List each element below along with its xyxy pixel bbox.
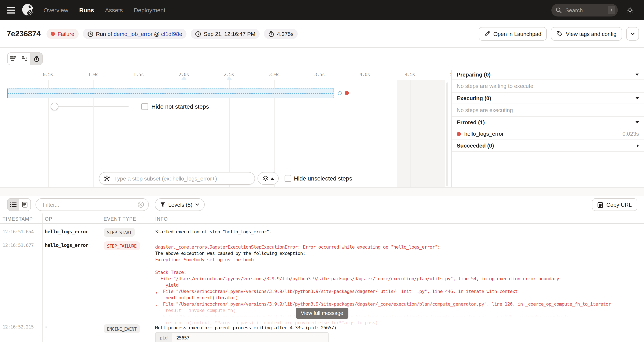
- gantt-waterfall-view-button[interactable]: [19, 53, 31, 65]
- log-toolbar: Levels (5) Copy URL: [0, 196, 644, 214]
- chevron-down-icon: [636, 74, 639, 76]
- run-actions-chevron-button[interactable]: [626, 27, 639, 40]
- chevron-down-icon: [636, 121, 639, 123]
- stack-trace-line: , File "/Users/erincochran/.pyenv/versio…: [155, 288, 518, 295]
- log-filter-field[interactable]: [36, 198, 149, 211]
- open-launchpad-button[interactable]: Open in Launchpad: [479, 27, 547, 40]
- stack-trace-line: dagster._core.errors.DagsterExecutionSte…: [155, 244, 440, 250]
- top-nav: Overview Runs Assets Deployment /: [0, 0, 644, 20]
- gantt-toolbar: Hide not started steps Re-execute all (*…: [0, 48, 644, 70]
- hamburger-menu-icon[interactable]: [7, 6, 15, 14]
- gantt-step-failure-dot[interactable]: [344, 91, 349, 95]
- metadata-value: 25657: [172, 333, 328, 342]
- axis-tick: 4.0s: [360, 72, 370, 77]
- log-timestamp: 12:16:51.677: [2, 243, 34, 248]
- event-metadata-table: pid 25657: [155, 332, 328, 342]
- log-table: TIMESTAMP OP EVENT TYPE INFO 12:16:51.65…: [0, 214, 644, 342]
- pencil-icon: [484, 31, 490, 37]
- global-search[interactable]: /: [552, 4, 618, 16]
- history-icon: [87, 31, 94, 37]
- panel-empty-executing: No steps are executing: [452, 104, 644, 117]
- step-subset-field[interactable]: [99, 172, 255, 185]
- gantt-flat-view-button[interactable]: [8, 53, 19, 65]
- hide-unselected-label: Hide unselected steps: [294, 175, 352, 182]
- clipboard-icon: [598, 202, 603, 208]
- stack-trace-line: , File "/Users/erincochran/.pyenv/versio…: [155, 314, 569, 320]
- log-info: Multiprocess executor: parent process ex…: [155, 325, 336, 330]
- axis-marker-triangle: [181, 76, 187, 80]
- search-input[interactable]: [564, 6, 608, 14]
- op-selector-icon: [104, 175, 110, 182]
- log-op: -: [45, 324, 48, 330]
- gantt-scrollbar[interactable]: [446, 82, 448, 186]
- gear-icon[interactable]: [626, 6, 634, 14]
- dagster-logo-icon[interactable]: [21, 4, 35, 17]
- search-icon: [556, 7, 562, 13]
- axis-tick: 3.0s: [269, 72, 280, 77]
- levels-filter-button[interactable]: Levels (5): [155, 198, 205, 211]
- view-full-message-button[interactable]: View full message: [296, 308, 348, 319]
- chevron-down-icon: [195, 203, 199, 206]
- commit-link[interactable]: cf1df98e: [161, 31, 182, 37]
- log-filter-input[interactable]: [42, 201, 138, 208]
- axis-tick: 4.5s: [405, 72, 415, 77]
- step-status-panel: Preparing (0) No steps are waiting to ex…: [451, 70, 644, 187]
- gantt-step-bar[interactable]: [7, 88, 334, 98]
- log-timestamp: 12:16:52.215: [2, 324, 34, 330]
- clock-icon: [195, 31, 201, 37]
- chevron-right-icon: [637, 144, 639, 147]
- log-op: hello_logs_error: [45, 242, 88, 248]
- stack-trace-line: The above exception was caused by the fo…: [155, 250, 305, 256]
- view-tags-config-button[interactable]: View tags and config: [551, 27, 622, 40]
- job-name-link[interactable]: demo_job_error: [114, 31, 153, 37]
- col-header-info: INFO: [155, 216, 168, 222]
- nav-link-deployment[interactable]: Deployment: [134, 7, 165, 14]
- axis-border: [0, 80, 451, 80]
- split-pane-gutter[interactable]: [0, 187, 644, 196]
- errored-step-name[interactable]: hello_logs_error: [464, 131, 504, 137]
- gantt-timed-view-button[interactable]: [31, 53, 42, 65]
- event-type-badge: STEP_FAILURE: [104, 242, 140, 250]
- event-type-badge: ENGINE_EVENT: [104, 324, 140, 333]
- log-list-view-button[interactable]: [8, 199, 19, 210]
- run-of-pill: Run of demo_job_error @ cf1df98e: [83, 29, 186, 39]
- clear-filter-icon[interactable]: [138, 201, 144, 208]
- nav-link-runs[interactable]: Runs: [79, 7, 94, 14]
- log-structured-view-button[interactable]: [19, 199, 30, 210]
- log-timestamp: 12:16:51.654: [2, 229, 34, 234]
- axis-tick: 1.0s: [88, 72, 98, 77]
- nav-link-assets[interactable]: Assets: [105, 7, 123, 14]
- stack-trace-line: Stack Trace:: [155, 269, 186, 276]
- tag-icon: [557, 31, 562, 37]
- gantt-step-start-marker: [338, 91, 342, 95]
- stack-trace-line: , File "/Users/erincochran/.pyenv/versio…: [155, 301, 611, 307]
- status-dot-icon: [51, 32, 55, 36]
- run-header: 7e236874 Failure Run of demo_job_error @…: [0, 20, 644, 48]
- stack-trace-line: result = invoke_compute_fn(: [155, 307, 236, 314]
- graph-query-toggle-button[interactable]: [258, 172, 279, 185]
- col-header-timestamp: TIMESTAMP: [2, 216, 33, 222]
- metadata-key: pid: [156, 333, 172, 342]
- status-badge: Failure: [46, 29, 79, 39]
- axis-tick: 3.5s: [314, 72, 325, 77]
- stack-trace-line: Exception: Somebody set up us the bomb: [155, 256, 254, 263]
- duration-pill: 4.375s: [264, 29, 298, 39]
- step-subset-input[interactable]: [113, 175, 250, 182]
- panel-section-succeeded[interactable]: Succeeded (0): [452, 140, 644, 152]
- hide-unselected-checkbox[interactable]: [284, 175, 291, 182]
- errored-step-row[interactable]: hello_logs_error 0.023s: [452, 128, 644, 140]
- nav-link-overview[interactable]: Overview: [44, 7, 68, 14]
- panel-section-errored[interactable]: Errored (1): [452, 117, 644, 128]
- run-id-title: 7e236874: [7, 30, 40, 38]
- axis-tick: 1.5s: [134, 72, 144, 77]
- event-type-badge: STEP_START: [104, 228, 135, 237]
- copy-url-button[interactable]: Copy URL: [592, 198, 637, 211]
- axis-tick: 0.5s: [43, 72, 53, 77]
- step-error-dot-icon: [457, 132, 461, 136]
- panel-section-executing[interactable]: Executing (0): [452, 92, 644, 104]
- chevron-up-icon: [270, 177, 274, 180]
- gantt-chart: 0.5s 1.0s 1.5s 2.0s 2.5s 3.0s 3.5s 4.0s …: [0, 70, 451, 187]
- start-time-pill: Sep 21, 12:16:47 PM: [191, 29, 260, 39]
- axis-marker-triangle: [226, 76, 232, 80]
- panel-section-preparing[interactable]: Preparing (0): [452, 70, 644, 80]
